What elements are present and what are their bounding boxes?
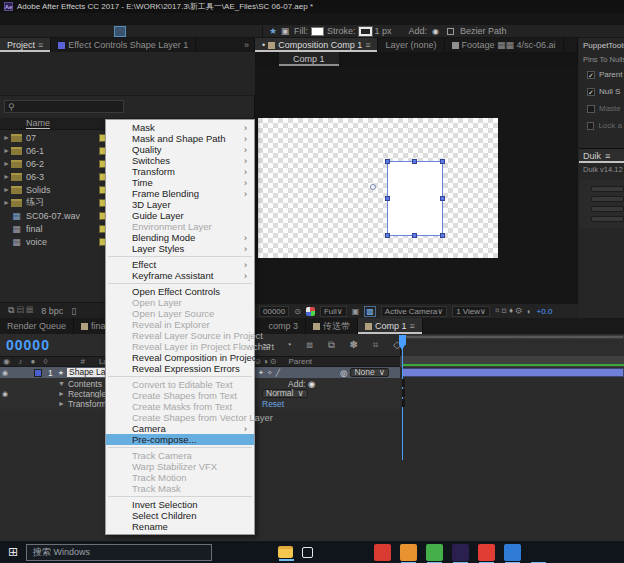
- puppet-option-row[interactable]: Parent: [579, 66, 624, 83]
- context-menu-item[interactable]: Create Shapes from Text ›: [106, 390, 254, 401]
- duik-button[interactable]: [591, 216, 624, 222]
- layer-label-chip[interactable]: [34, 369, 42, 377]
- pan-behind-tool[interactable]: [96, 26, 108, 37]
- transparency-grid-icon[interactable]: ▩: [364, 306, 376, 317]
- context-menu-item[interactable]: Effect ›: [106, 259, 254, 270]
- color-depth-button[interactable]: 8 bpc: [41, 306, 63, 316]
- add-target-icon[interactable]: ◉: [308, 379, 315, 389]
- context-menu-item[interactable]: Pre-compose... ›: [106, 434, 254, 445]
- tool-creates-mask-icon[interactable]: ★: [267, 26, 279, 37]
- context-menu-item[interactable]: Environment Layer ›: [106, 221, 254, 232]
- puppet-option-row[interactable]: Maste: [579, 100, 624, 117]
- context-menu-item[interactable]: Reveal in Explorer ›: [106, 319, 254, 330]
- context-menu-item[interactable]: Track Motion ›: [106, 472, 254, 483]
- checkbox[interactable]: [587, 71, 595, 79]
- context-menu-item[interactable]: Create Masks from Text ›: [106, 401, 254, 412]
- context-menu-item[interactable]: Layer Styles ›: [106, 243, 254, 254]
- eye-icon[interactable]: ◉: [0, 390, 10, 398]
- tab-chuansongdai[interactable]: 传送带 ≡: [306, 318, 358, 334]
- transform-reset-link[interactable]: Reset: [262, 399, 284, 409]
- flash-icon[interactable]: [374, 544, 391, 561]
- eraser-tool[interactable]: [204, 26, 216, 37]
- context-menu-item[interactable]: Mask and Shape Path ›: [106, 133, 254, 144]
- context-menu-item[interactable]: Frame Blending ›: [106, 188, 254, 199]
- selection-handle[interactable]: [385, 159, 390, 164]
- context-menu-item[interactable]: Reveal Expression Errors ›: [106, 363, 254, 374]
- twirl-right-icon[interactable]: ►: [58, 400, 65, 407]
- edge-icon[interactable]: [252, 544, 269, 561]
- layer-duration-bar[interactable]: [402, 368, 624, 377]
- context-menu-item[interactable]: Create Shapes from Vector Layer ›: [106, 412, 254, 423]
- panel-menu-icon[interactable]: ≡: [605, 151, 610, 161]
- tab-composition[interactable]: • Composition Comp 1 ≡: [255, 38, 378, 52]
- project-bottom-icons[interactable]: ⧉ ▤ ▦: [8, 305, 33, 316]
- wechat-icon[interactable]: [426, 544, 443, 561]
- twirl-right-icon[interactable]: ►: [58, 390, 65, 397]
- anchor-point[interactable]: [370, 184, 376, 190]
- context-menu-item[interactable]: Time ›: [106, 177, 254, 188]
- context-menu-item[interactable]: Switches ›: [106, 155, 254, 166]
- context-menu-item[interactable]: Invert Selection ›: [106, 499, 254, 510]
- layer-switches[interactable]: ✦✧╱: [258, 369, 283, 377]
- taskbar-search-input[interactable]: 搜索 Windows: [26, 544, 212, 561]
- context-menu-item[interactable]: Quality ›: [106, 144, 254, 155]
- task-view-icon[interactable]: [226, 544, 243, 561]
- roto-brush-tool[interactable]: [222, 26, 234, 37]
- trash-icon[interactable]: ▯: [71, 306, 76, 316]
- context-menu-item[interactable]: Track Mask ›: [106, 483, 254, 494]
- selection-handle[interactable]: [440, 233, 445, 238]
- context-menu-item[interactable]: Reveal Layer Source in Project ›: [106, 330, 254, 341]
- snapshot-icon[interactable]: ⊙: [294, 307, 301, 316]
- tab-layer[interactable]: • Layer (none) ≡: [378, 38, 444, 52]
- twirl-icon[interactable]: ►: [3, 199, 11, 206]
- tab-footage[interactable]: • Footage ▦▦ 4/sc-06.ai ≡: [445, 38, 564, 52]
- timeline-toggle-icons[interactable]: ⚏ ◔ ⧈ ⧉ ✽ ⌗ ◇: [262, 339, 407, 351]
- bezier-path-checkbox[interactable]: [447, 28, 454, 35]
- shape-layer-rectangle[interactable]: [388, 162, 442, 235]
- channels-icon[interactable]: [306, 307, 315, 316]
- composition-viewer[interactable]: [255, 66, 578, 303]
- store-icon[interactable]: [302, 547, 313, 558]
- fill-swatch[interactable]: [311, 27, 324, 36]
- camera-tool[interactable]: [78, 26, 90, 37]
- context-menu-item[interactable]: Rename ›: [106, 521, 254, 532]
- tab-comp-1[interactable]: Comp 1 ≡: [358, 318, 423, 334]
- context-menu-item[interactable]: Keyframe Assistant ›: [106, 270, 254, 281]
- puppettools-panel-title[interactable]: PuppetTools3: [579, 38, 624, 53]
- context-menu-item[interactable]: Blending Mode ›: [106, 232, 254, 243]
- selection-handle[interactable]: [412, 233, 417, 238]
- preview-timecode[interactable]: 00000: [259, 306, 289, 317]
- region-of-interest-icon[interactable]: ▣: [352, 307, 360, 316]
- ie-icon[interactable]: [322, 544, 339, 561]
- pen-tool[interactable]: [132, 26, 144, 37]
- context-menu-item[interactable]: Track Camera ›: [106, 450, 254, 461]
- puppet-option-row[interactable]: Lock a: [579, 117, 624, 134]
- selection-handle[interactable]: [385, 233, 390, 238]
- panel-menu-icon[interactable]: ≡: [410, 321, 415, 331]
- rotation-tool[interactable]: [60, 26, 72, 37]
- context-menu-item[interactable]: Mask ›: [106, 122, 254, 133]
- selection-tool[interactable]: [6, 26, 18, 37]
- context-menu-item[interactable]: Convert to Editable Text ›: [106, 379, 254, 390]
- type-tool[interactable]: [150, 26, 162, 37]
- puppet-pin-tool[interactable]: [240, 26, 252, 37]
- selection-handle[interactable]: [440, 196, 445, 201]
- comp-viewer-tab[interactable]: Comp 1: [279, 52, 339, 66]
- panel-menu-icon[interactable]: ≡: [365, 40, 370, 50]
- orange-app-icon[interactable]: [400, 544, 417, 561]
- tab-effect-controls[interactable]: Effect Controls Shape Layer 1 ≡: [51, 38, 196, 52]
- after-effects-icon[interactable]: [452, 544, 469, 561]
- tab-overflow-icon[interactable]: »: [244, 40, 249, 50]
- tim-icon[interactable]: [348, 544, 365, 561]
- context-menu-item[interactable]: 3D Layer ›: [106, 199, 254, 210]
- brush-tool[interactable]: [168, 26, 180, 37]
- context-menu-item[interactable]: Open Layer ›: [106, 297, 254, 308]
- context-menu-item[interactable]: Reveal Layer in Project Flowchart ›: [106, 341, 254, 352]
- view-layout-dropdown[interactable]: 1 View ∨: [452, 306, 490, 317]
- add-target-icon[interactable]: ◉: [432, 27, 439, 36]
- twirl-icon[interactable]: ►: [3, 147, 11, 154]
- exposure-value[interactable]: +0.0: [537, 307, 553, 316]
- tab-comp-3[interactable]: comp 3 ≡: [262, 318, 307, 334]
- context-menu-item[interactable]: Warp Stabilizer VFX ›: [106, 461, 254, 472]
- notepad-icon[interactable]: [530, 544, 547, 561]
